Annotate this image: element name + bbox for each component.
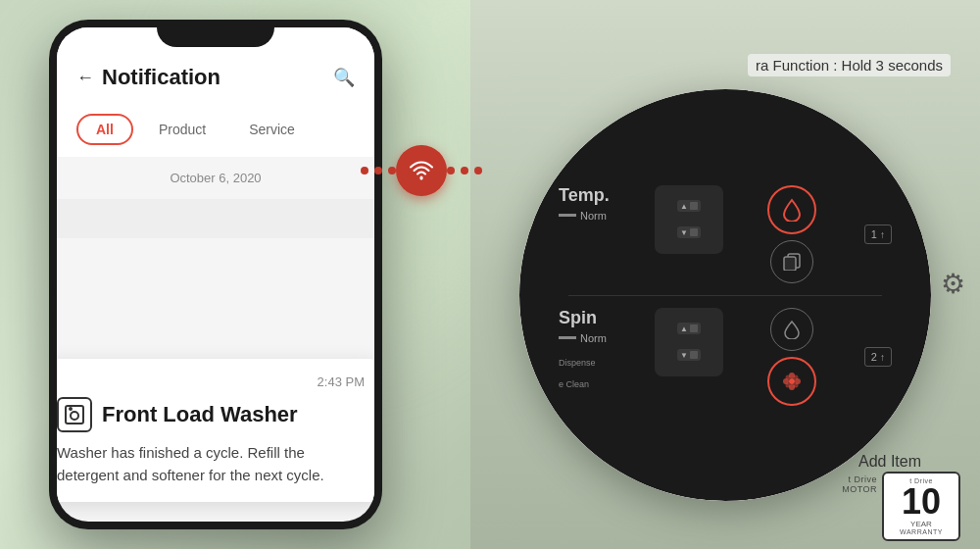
warranty-year: YEAR (910, 520, 932, 528)
svg-rect-0 (66, 406, 83, 424)
tab-all[interactable]: All (76, 114, 133, 145)
norm-dot-2 (559, 336, 576, 339)
search-icon[interactable]: 🔍 (333, 67, 355, 88)
panel-temp-label: Temp. Norm (559, 185, 647, 283)
temp-norm-label: Norm (580, 210, 607, 222)
row1-num: 1 (871, 228, 877, 240)
dot6 (474, 167, 482, 175)
temp-ctrl[interactable]: ▲ ▼ (655, 185, 723, 254)
wifi-circle (396, 145, 447, 196)
machine-panel: ra Function : Hold 3 seconds Temp. Norm … (470, 0, 980, 549)
filter-tabs: All Product Service (57, 102, 374, 157)
back-arrow-icon: ← (76, 68, 94, 88)
gear-icon[interactable]: ⚙ (941, 268, 965, 300)
svg-point-1 (71, 412, 78, 420)
notification-message: Washer has finished a cycle. Refill the … (57, 442, 365, 486)
notification-date: October 6, 2020 (57, 157, 374, 199)
spin-ctrl[interactable]: ▲ ▼ (655, 308, 723, 376)
add-item-label: Add Item (858, 453, 921, 471)
temp-label: Temp. (559, 185, 647, 206)
spin-norm: Norm (559, 332, 647, 344)
spin-label: Spin (559, 308, 647, 328)
svg-point-12 (793, 374, 798, 379)
wifi-connector (361, 145, 482, 196)
svg-point-14 (793, 382, 798, 387)
up-arrow-icon: ▲ (680, 202, 688, 211)
spin-up-btn[interactable]: ▲ (677, 323, 701, 334)
dispense-label: Dispense (559, 358, 596, 368)
panel-row-spin: Spin Norm Dispense e Clean ▲ (559, 308, 892, 406)
drive-motor-text: t Drive MOTOR (842, 474, 877, 494)
water-droplet-icon-red (767, 185, 816, 234)
panel-row-temp: Temp. Norm ▲ ▼ (559, 185, 892, 283)
down-arrow-icon: ▼ (680, 228, 688, 237)
flower-icon-red (767, 357, 816, 406)
warranty-number: 10 (902, 484, 941, 520)
spin-norm-label: Norm (580, 332, 607, 344)
dot5 (461, 167, 468, 175)
svg-rect-5 (784, 257, 796, 271)
svg-point-2 (70, 408, 72, 410)
up-arrow-icon-2: ▲ (680, 324, 688, 333)
svg-point-3 (420, 177, 423, 180)
panel-spin-label: Spin Norm Dispense e Clean (559, 308, 647, 406)
clean-label: e Clean (559, 379, 589, 389)
row2-num: 2 (871, 351, 877, 363)
water-droplet-outline-icon (770, 308, 813, 351)
magnifier-circle: Temp. Norm ▲ ▼ (519, 89, 931, 501)
phone-screen: ← Notification 🔍 All Product Service Oct… (57, 27, 374, 522)
panel-content: Temp. Norm ▲ ▼ (519, 89, 931, 501)
washer-icon (57, 397, 92, 432)
dot-line-left (361, 167, 396, 175)
temp-up-btn[interactable]: ▲ (677, 200, 701, 212)
warranty-bottom-text: WARRANTY (900, 528, 943, 535)
back-button[interactable]: ← Notification (76, 65, 220, 90)
notification-card: 2:43 PM Front Load Washer Washer has fin… (57, 359, 374, 502)
panel-divider-1 (568, 295, 882, 296)
notification-title: Notification (102, 65, 220, 90)
temp-norm: Norm (559, 210, 647, 222)
dot4 (447, 167, 455, 175)
down-arrow-icon-2: ▼ (680, 351, 688, 360)
dot2 (374, 167, 382, 175)
svg-point-11 (785, 374, 790, 379)
norm-dot (559, 214, 576, 217)
warranty-badge: t Drive 10 YEAR WARRANTY (882, 472, 960, 541)
dot-line-right (447, 167, 482, 175)
copy-icon (770, 240, 813, 283)
device-name: Front Load Washer (102, 402, 298, 427)
tab-service[interactable]: Service (231, 116, 313, 143)
dot1 (361, 167, 368, 175)
svg-point-13 (785, 382, 790, 387)
dot3 (388, 167, 396, 175)
notification-time: 2:43 PM (57, 374, 365, 389)
svg-point-6 (789, 378, 795, 384)
extra-function-label: ra Function : Hold 3 seconds (748, 54, 951, 76)
notification-card-title: Front Load Washer (57, 397, 365, 432)
phone-notch (157, 20, 274, 47)
spin-down-btn[interactable]: ▼ (677, 349, 701, 361)
phone: ← Notification 🔍 All Product Service Oct… (49, 20, 382, 529)
tab-product[interactable]: Product (141, 116, 223, 143)
temp-down-btn[interactable]: ▼ (677, 226, 701, 238)
